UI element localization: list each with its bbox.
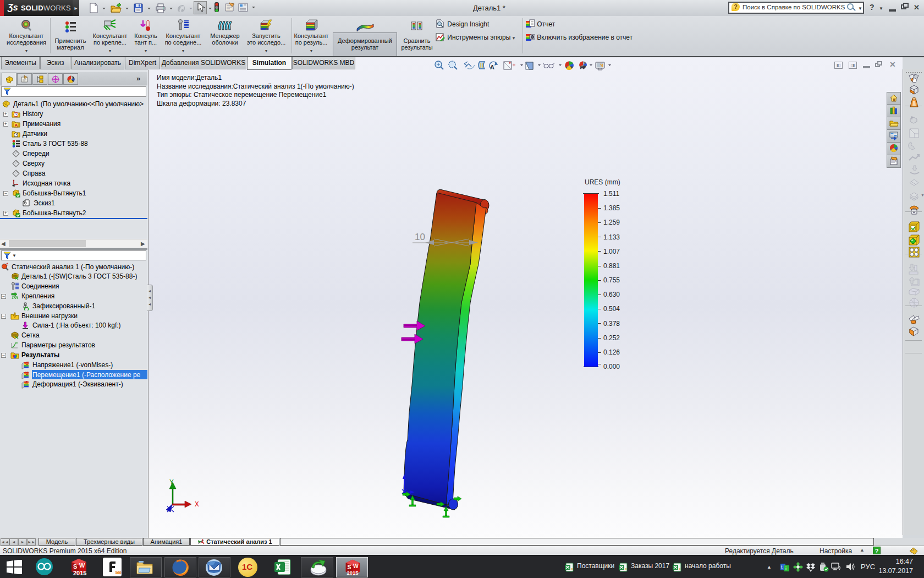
svg-text:W: W	[79, 562, 85, 569]
svg-text:S: S	[73, 563, 77, 570]
svg-text:i: i	[785, 566, 787, 571]
svg-text:2015: 2015	[73, 570, 86, 576]
svg-text:2015: 2015	[347, 570, 359, 576]
svg-text:10: 10	[415, 232, 425, 242]
svg-text:360: 360	[115, 571, 122, 575]
svg-text:S: S	[348, 564, 351, 570]
svg-text:X: X	[195, 500, 199, 509]
svg-text:W: W	[353, 563, 359, 569]
